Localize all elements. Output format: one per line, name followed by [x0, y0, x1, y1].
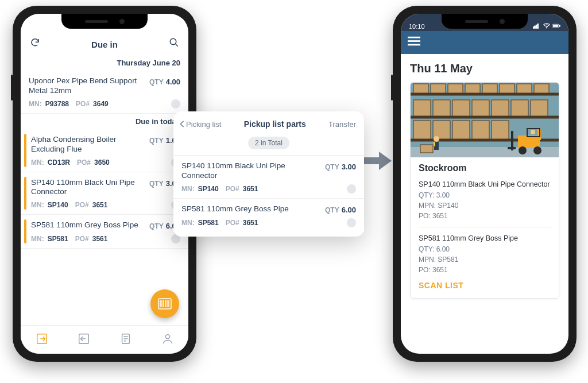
divider — [419, 227, 551, 227]
svg-rect-18 — [411, 93, 559, 95]
status-time: 10:10 — [409, 23, 425, 30]
list-item[interactable]: SP140 110mm Black Uni Pipe Connector QTY… — [173, 155, 364, 198]
svg-rect-13 — [559, 25, 560, 27]
phone-stockroom: 10:10 Thu 11 May — [393, 6, 577, 362]
svg-rect-45 — [434, 142, 435, 146]
pickup-list-popup: Picking list Pickup list parts Transfer … — [173, 111, 364, 237]
svg-rect-36 — [413, 121, 431, 139]
nav-in-icon[interactable] — [36, 332, 48, 347]
svg-rect-19 — [411, 116, 559, 118]
qty-label: QTY — [149, 78, 164, 86]
stockroom-card: Stockroom SP140 110mm Black Uni Pipe Con… — [410, 82, 559, 299]
svg-rect-32 — [472, 100, 489, 116]
svg-point-53 — [531, 130, 535, 134]
menu-icon[interactable] — [408, 36, 420, 49]
po-label: PO# — [76, 100, 90, 108]
section-header: Due in today — [21, 114, 188, 129]
part-mpn: MPN: SP140 — [419, 200, 551, 211]
bottom-nav — [21, 325, 188, 354]
status-dot-icon[interactable] — [347, 218, 356, 227]
svg-rect-28 — [534, 84, 549, 93]
status-dot-icon[interactable] — [171, 99, 180, 109]
page-date: Thu 11 May — [410, 62, 559, 75]
nav-list-icon[interactable] — [119, 332, 132, 347]
svg-rect-24 — [465, 84, 480, 93]
app-topbar — [401, 31, 568, 54]
phone-notch — [61, 14, 148, 29]
svg-rect-29 — [413, 100, 431, 116]
svg-rect-22 — [431, 84, 446, 93]
svg-rect-7 — [535, 26, 536, 28]
svg-rect-34 — [511, 100, 528, 116]
scan-list-button[interactable]: SCAN LIST — [419, 281, 551, 290]
search-icon[interactable] — [169, 37, 179, 49]
svg-point-10 — [546, 28, 547, 29]
wifi-icon — [543, 23, 551, 30]
header-title: Due in — [91, 40, 118, 49]
part-name: Uponor Pex Pipe Bend Support Metal 12mm — [29, 76, 145, 96]
arrow-right-icon — [362, 150, 392, 171]
list-item[interactable]: SP140 110mm Black Uni Pipe Connector QTY… — [21, 172, 188, 215]
svg-rect-12 — [553, 25, 558, 27]
svg-rect-27 — [517, 84, 532, 93]
svg-rect-23 — [448, 84, 463, 93]
svg-rect-52 — [508, 147, 516, 149]
refresh-icon[interactable] — [30, 37, 40, 49]
part-po: PO: 3651 — [419, 265, 551, 275]
svg-rect-42 — [420, 145, 433, 153]
svg-rect-15 — [408, 40, 420, 42]
svg-rect-35 — [531, 100, 548, 116]
svg-rect-21 — [413, 84, 428, 93]
svg-rect-31 — [452, 100, 470, 116]
mn-value: P93788 — [45, 100, 69, 108]
svg-rect-39 — [472, 121, 489, 139]
battery-icon — [552, 23, 560, 30]
svg-rect-9 — [537, 24, 539, 29]
svg-rect-26 — [500, 84, 514, 93]
list-item[interactable]: SP581 110mm Grey Boss Pipe QTY6.00 MN: S… — [21, 215, 188, 249]
svg-rect-14 — [408, 37, 420, 38]
part-name: SP140 110mm Black Uni Pipe Connector — [419, 179, 551, 190]
transfer-button[interactable]: Transfer — [328, 120, 356, 129]
svg-rect-25 — [482, 84, 497, 93]
back-button[interactable]: Picking list — [179, 120, 221, 129]
svg-point-50 — [533, 146, 541, 154]
svg-rect-6 — [533, 27, 534, 29]
svg-point-0 — [170, 38, 176, 45]
part-name: Alpha Condensing Boiler Excluding Flue — [31, 135, 145, 154]
svg-rect-38 — [452, 121, 470, 139]
list-item[interactable]: Uponor Pex Pipe Bend Support Metal 12mm … — [21, 71, 188, 114]
phone-due-in: Due in Thursday June 20 Uponor Pex Pipe … — [13, 6, 196, 362]
svg-rect-40 — [492, 121, 509, 139]
svg-rect-37 — [433, 121, 450, 139]
svg-rect-33 — [492, 100, 509, 116]
svg-rect-8 — [536, 25, 537, 28]
status-dot-icon[interactable] — [347, 184, 356, 194]
signal-icon — [533, 23, 541, 30]
scan-fab-button[interactable] — [150, 289, 179, 318]
list-item[interactable]: SP581 110mm Grey Boss Pipe QTY6.00 MN: S… — [173, 198, 364, 232]
svg-rect-46 — [518, 136, 540, 148]
list-item[interactable]: Alpha Condensing Boiler Excluding Flue Q… — [21, 129, 188, 172]
po-value: 3649 — [93, 100, 109, 108]
qty-value: 4.00 — [166, 78, 180, 86]
mn-label: MN: — [29, 100, 42, 108]
svg-point-43 — [434, 136, 439, 142]
svg-rect-16 — [408, 44, 420, 46]
card-title: Stockroom — [419, 163, 551, 173]
count-chip: 2 in Total — [248, 137, 289, 149]
svg-point-49 — [519, 146, 527, 154]
nav-profile-icon[interactable] — [161, 332, 174, 347]
back-label: Picking list — [186, 120, 221, 129]
section-header: Thursday June 20 — [21, 55, 188, 71]
part-po: PO: 3651 — [419, 211, 551, 221]
phone-notch — [442, 14, 528, 29]
part-name: SP581 110mm Grey Boss Pipe — [419, 233, 551, 244]
svg-point-5 — [165, 334, 169, 338]
part-qty: QTY: 6.00 — [419, 244, 551, 254]
part-mpn: MPN: SP581 — [419, 254, 551, 265]
warehouse-illustration — [411, 83, 559, 157]
nav-out-icon[interactable] — [78, 332, 90, 347]
part-qty: QTY: 3.00 — [419, 190, 551, 200]
popup-title: Pickup list parts — [244, 119, 306, 129]
